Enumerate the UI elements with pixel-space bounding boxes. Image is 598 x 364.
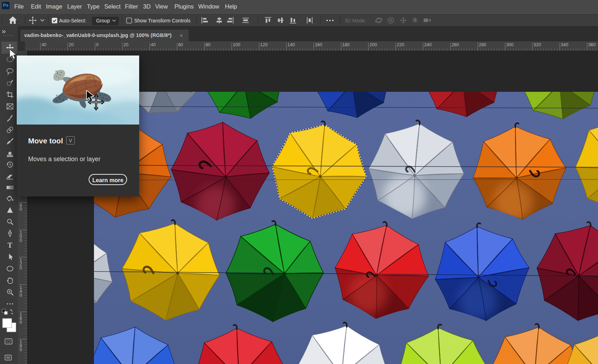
svg-text:20: 20: [69, 42, 74, 47]
svg-text:360: 360: [588, 42, 596, 47]
svg-text:60: 60: [178, 42, 183, 47]
svg-text:Auto-Select:: Auto-Select:: [59, 18, 86, 23]
svg-text:0: 0: [20, 320, 22, 325]
svg-text:340: 340: [561, 42, 568, 47]
svg-text:0: 0: [20, 207, 22, 212]
svg-text:0: 0: [20, 347, 22, 352]
svg-text:0: 0: [20, 238, 22, 243]
svg-text:20: 20: [124, 42, 128, 47]
svg-text:100: 100: [233, 42, 240, 47]
svg-text:T: T: [7, 241, 12, 249]
svg-text:40: 40: [41, 42, 46, 47]
svg-text:220: 220: [397, 42, 404, 47]
svg-text:0: 0: [20, 265, 22, 270]
svg-text:320: 320: [534, 42, 541, 47]
svg-text:180: 180: [342, 42, 350, 47]
svg-text:120: 120: [260, 42, 268, 47]
svg-text:Show Transform Controls: Show Transform Controls: [134, 18, 190, 23]
svg-text:40: 40: [151, 42, 156, 47]
svg-text:80: 80: [205, 42, 210, 47]
svg-text:160: 160: [315, 42, 322, 47]
svg-text:260: 260: [451, 42, 459, 47]
svg-text:0: 0: [96, 42, 99, 47]
svg-text:140: 140: [288, 42, 295, 47]
svg-text:0: 0: [20, 293, 22, 298]
svg-text:280: 280: [479, 42, 486, 47]
svg-text:3D Mode:: 3D Mode:: [345, 18, 366, 23]
svg-text:240: 240: [424, 42, 432, 47]
svg-text:300: 300: [506, 42, 514, 47]
svg-text:200: 200: [369, 42, 377, 47]
svg-text:Group: Group: [96, 18, 110, 23]
